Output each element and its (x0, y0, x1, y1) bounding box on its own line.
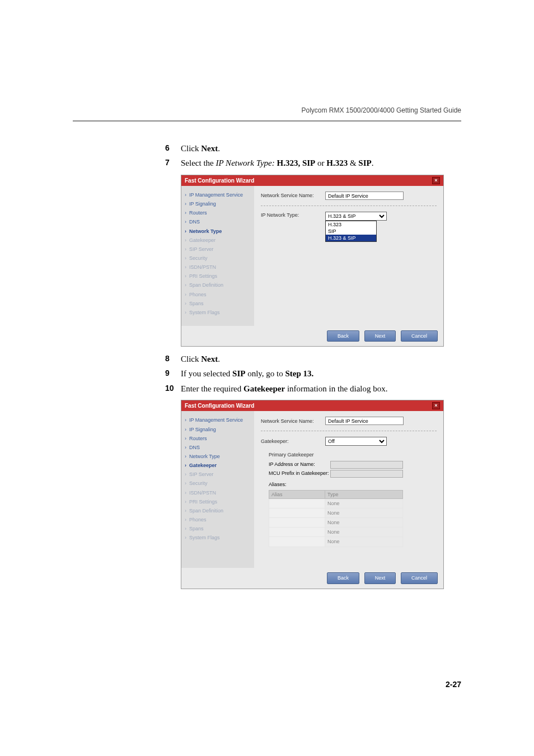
sidebar-item: System Flags (185, 308, 251, 317)
text: Select the (181, 158, 216, 167)
next-button[interactable]: Next (364, 572, 396, 584)
sidebar-item: Span Definition (185, 281, 251, 290)
dropdown-option[interactable]: H.323 (326, 221, 376, 228)
divider (261, 431, 437, 431)
sidebar-item: Security (185, 254, 251, 263)
sidebar-item: SIP Server (185, 470, 251, 479)
step-10: 10 Enter the required Gatekeeper informa… (165, 383, 481, 394)
text: Enter the required (181, 384, 243, 393)
gatekeeper-dropdown[interactable]: Off (325, 437, 387, 446)
text: . (218, 144, 220, 153)
field-label: Network Service Name: (261, 192, 325, 199)
dropdown-option-highlight[interactable]: H.323 & SIP (326, 235, 376, 241)
field-row: Network Service Name: (261, 192, 437, 200)
field-label: IP Address or Name: (269, 461, 330, 468)
back-button[interactable]: Back (327, 572, 359, 584)
alias-row: None (269, 537, 403, 547)
step-7: 7 Select the IP Network Type: H.323, SIP… (165, 157, 481, 169)
aliases-header: Alias Type (269, 490, 403, 499)
wizard-main: Network Service Name: Gatekeeper: Off Pr… (254, 411, 443, 568)
network-service-name-input[interactable] (325, 417, 404, 425)
step-text: If you selected SIP only, go to Step 13. (181, 368, 481, 379)
type-cell: None (325, 528, 342, 536)
alias-cell[interactable] (269, 508, 325, 517)
sidebar-item[interactable]: Network Type (185, 452, 251, 461)
type-cell: None (325, 499, 342, 508)
next-button[interactable]: Next (364, 330, 396, 342)
col-alias: Alias (269, 491, 325, 498)
sidebar-item[interactable]: IP Signaling (185, 425, 251, 434)
sidebar-item[interactable]: Routers (185, 208, 251, 217)
dialog-title: Fast Configuration Wizard (185, 177, 254, 185)
text: Click (181, 144, 201, 153)
alias-cell[interactable] (269, 499, 325, 508)
text: only, go to (245, 369, 285, 378)
field-row: IP Address or Name: (269, 461, 437, 469)
sidebar-item: ISDN/PSTN (185, 263, 251, 272)
dialog-footer: Back Next Cancel (181, 568, 443, 588)
step-num: 6 (165, 143, 181, 154)
sidebar-item: System Flags (185, 533, 251, 542)
ip-network-type-dropdown[interactable]: H.323 & SIP H.323 SIP H.323 & SIP (325, 212, 387, 221)
dropdown-list: H.323 SIP H.323 & SIP (325, 221, 377, 242)
sidebar-item[interactable]: IP Management Service (185, 190, 251, 199)
step-6: 6 Click Next. (165, 143, 481, 154)
alias-cell[interactable] (269, 518, 325, 527)
text-bold: Next (201, 354, 218, 363)
sidebar-item[interactable]: IP Management Service (185, 416, 251, 424)
sidebar-item[interactable]: DNS (185, 443, 251, 452)
alias-cell[interactable] (269, 528, 325, 536)
sidebar-item: Gatekeeper (185, 236, 251, 245)
sidebar-item: Security (185, 479, 251, 488)
text-italic: IP Network Type: (216, 158, 277, 167)
sidebar-item[interactable]: DNS (185, 217, 251, 226)
text-bold: SIP (358, 158, 371, 167)
sidebar-item-current[interactable]: Gatekeeper (185, 461, 251, 470)
dialog-titlebar: Fast Configuration Wizard × (181, 400, 443, 412)
dropdown-select[interactable]: H.323 & SIP (325, 212, 387, 221)
header-divider (73, 120, 461, 122)
sidebar-item[interactable]: Routers (185, 434, 251, 443)
sidebar-item-current[interactable]: Network Type (185, 227, 251, 236)
sidebar-item: PRI Settings (185, 272, 251, 281)
mcu-prefix-input[interactable] (330, 470, 403, 478)
step-text: Click Next. (181, 353, 481, 365)
field-label: Network Service Name: (261, 418, 325, 424)
network-service-name-input[interactable] (325, 192, 404, 200)
text-bold: SIP (232, 369, 245, 378)
body-content: 6 Click Next. 7 Select the IP Network Ty… (165, 143, 481, 596)
step-num: 7 (165, 157, 181, 169)
back-button[interactable]: Back (327, 330, 359, 342)
type-cell: None (325, 518, 342, 527)
field-label: IP Network Type: (261, 212, 325, 218)
alias-cell[interactable] (269, 537, 325, 546)
text: Click (181, 354, 201, 363)
field-row: Network Service Name: (261, 417, 437, 425)
aliases-label: Aliases: (269, 481, 437, 488)
wizard-dialog-gatekeeper: Fast Configuration Wizard × IP Managemen… (181, 400, 444, 589)
field-row: MCU Prefix in Gatekeeper: (269, 470, 437, 478)
wizard-dialog-network-type: Fast Configuration Wizard × IP Managemen… (181, 175, 444, 347)
text-bold: Gatekeeper (243, 384, 285, 393)
text: . (218, 354, 220, 363)
divider (261, 206, 437, 206)
close-icon[interactable]: × (432, 177, 440, 185)
cancel-button[interactable]: Cancel (401, 330, 438, 342)
alias-row: None (269, 518, 403, 528)
close-icon[interactable]: × (432, 402, 440, 410)
ip-address-input[interactable] (330, 461, 403, 469)
sidebar-item: SIP Server (185, 245, 251, 254)
cancel-button[interactable]: Cancel (401, 572, 438, 584)
alias-row: None (269, 508, 403, 518)
text: information in the dialog box. (285, 384, 387, 393)
text-bold: H.323, SIP (277, 158, 316, 167)
sidebar-item: ISDN/PSTN (185, 488, 251, 497)
dropdown-option[interactable]: SIP (326, 228, 376, 235)
step-8: 8 Click Next. (165, 353, 481, 365)
alias-row: None (269, 528, 403, 537)
sidebar-item[interactable]: IP Signaling (185, 199, 251, 208)
field-label: MCU Prefix in Gatekeeper: (269, 470, 330, 477)
sidebar-item: Phones (185, 515, 251, 524)
field-label: Gatekeeper: (261, 438, 325, 445)
step-text: Click Next. (181, 143, 481, 154)
